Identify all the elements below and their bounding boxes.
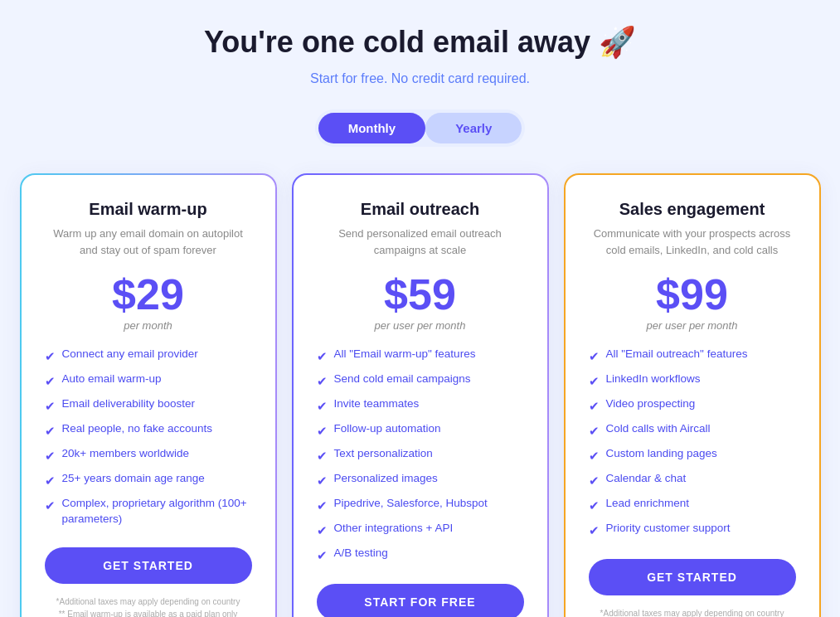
feature-text: Cold calls with Aircall xyxy=(606,421,711,437)
cta-button[interactable]: GET STARTED xyxy=(589,559,796,595)
card-desc: Warm up any email domain on autopilot an… xyxy=(45,226,252,258)
card-price: $29 xyxy=(45,273,252,316)
yearly-button[interactable]: Yearly xyxy=(425,113,522,143)
cta-button[interactable]: GET STARTED xyxy=(45,547,252,584)
feature-item: ✔ Send cold email campaigns xyxy=(317,372,524,390)
check-icon: ✔ xyxy=(317,472,328,489)
check-icon: ✔ xyxy=(45,422,56,440)
check-icon: ✔ xyxy=(317,522,328,539)
features-list: ✔ Connect any email provider ✔ Auto emai… xyxy=(45,347,252,527)
card-outreach: Email outreach Send personalized email o… xyxy=(292,173,549,617)
feature-text: 25+ years domain age range xyxy=(62,471,205,487)
feature-text: Pipedrive, Salesforce, Hubspot xyxy=(334,496,488,512)
check-icon: ✔ xyxy=(589,497,600,514)
pricing-cards: Email warm-up Warm up any email domain o… xyxy=(17,173,823,617)
monthly-button[interactable]: Monthly xyxy=(318,113,426,143)
check-icon: ✔ xyxy=(589,422,600,440)
feature-item: ✔ 25+ years domain age range xyxy=(45,471,252,489)
feature-item: ✔ Cold calls with Aircall xyxy=(589,421,796,440)
card-price-sub: per user per month xyxy=(589,319,796,332)
feature-text: Invite teammates xyxy=(334,396,420,412)
check-icon: ✔ xyxy=(317,422,328,440)
feature-item: ✔ Follow-up automation xyxy=(317,421,524,440)
features-list: ✔ All "Email outreach" features ✔ Linked… xyxy=(589,347,796,539)
feature-item: ✔ Personalized images xyxy=(317,471,524,489)
check-icon: ✔ xyxy=(45,397,56,415)
feature-item: ✔ Real people, no fake accounts xyxy=(45,421,252,440)
card-title: Email outreach xyxy=(317,200,524,219)
feature-text: Real people, no fake accounts xyxy=(62,421,213,437)
feature-text: All "Email warm-up" features xyxy=(334,347,476,362)
check-icon: ✔ xyxy=(317,347,328,365)
check-icon: ✔ xyxy=(45,447,56,464)
card-price: $59 xyxy=(317,273,524,316)
check-icon: ✔ xyxy=(317,372,328,390)
feature-item: ✔ Pipedrive, Salesforce, Hubspot xyxy=(317,496,524,514)
feature-text: Connect any email provider xyxy=(62,347,198,362)
check-icon: ✔ xyxy=(317,497,328,514)
feature-item: ✔ Other integrations + API xyxy=(317,521,524,539)
check-icon: ✔ xyxy=(589,522,600,539)
card-title: Email warm-up xyxy=(45,200,252,219)
subtitle: Start for free. No credit card required. xyxy=(310,71,530,86)
feature-item: ✔ All "Email warm-up" features xyxy=(317,347,524,365)
feature-text: Send cold email campaigns xyxy=(334,372,471,387)
feature-item: ✔ Connect any email provider xyxy=(45,347,252,365)
feature-item: ✔ Lead enrichment xyxy=(589,496,796,514)
features-list: ✔ All "Email warm-up" features ✔ Send co… xyxy=(317,347,524,564)
feature-text: Other integrations + API xyxy=(334,521,454,537)
feature-text: Video prospecting xyxy=(606,396,696,412)
feature-text: 20k+ members worldwide xyxy=(62,446,189,462)
cta-button[interactable]: START FOR FREE xyxy=(317,584,524,617)
feature-item: ✔ Email deliverability booster xyxy=(45,396,252,415)
feature-text: Lead enrichment xyxy=(606,496,690,512)
feature-item: ✔ Auto email warm-up xyxy=(45,372,252,390)
feature-text: A/B testing xyxy=(334,546,388,561)
feature-text: LinkedIn workflows xyxy=(606,372,701,387)
feature-text: All "Email outreach" features xyxy=(606,347,748,362)
check-icon: ✔ xyxy=(317,547,328,564)
billing-toggle: Monthly Yearly xyxy=(315,109,526,147)
check-icon: ✔ xyxy=(589,347,600,365)
feature-item: ✔ Invite teammates xyxy=(317,396,524,415)
check-icon: ✔ xyxy=(589,397,600,415)
card-footnote: *Additional taxes may apply depending on… xyxy=(45,595,252,617)
card-desc: Send personalized email outreach campaig… xyxy=(317,226,524,258)
feature-item: ✔ All "Email outreach" features xyxy=(589,347,796,365)
card-price: $99 xyxy=(589,273,796,316)
card-engagement: Sales engagement Communicate with your p… xyxy=(564,173,821,617)
check-icon: ✔ xyxy=(45,372,56,390)
feature-text: Follow-up automation xyxy=(334,421,441,437)
check-icon: ✔ xyxy=(589,372,600,390)
feature-item: ✔ A/B testing xyxy=(317,546,524,564)
feature-text: Custom landing pages xyxy=(606,446,717,462)
feature-item: ✔ LinkedIn workflows xyxy=(589,372,796,390)
check-icon: ✔ xyxy=(45,472,56,489)
feature-text: Auto email warm-up xyxy=(62,372,162,387)
feature-text: Personalized images xyxy=(334,471,438,487)
page-title: You're one cold email away 🚀 xyxy=(204,25,636,60)
feature-item: ✔ Text personalization xyxy=(317,446,524,464)
card-desc: Communicate with your prospects across c… xyxy=(589,226,796,258)
card-warmup: Email warm-up Warm up any email domain o… xyxy=(20,173,277,617)
check-icon: ✔ xyxy=(45,497,56,514)
feature-item: ✔ Priority customer support xyxy=(589,521,796,539)
feature-text: Calendar & chat xyxy=(606,471,687,487)
feature-item: ✔ Video prospecting xyxy=(589,396,796,415)
check-icon: ✔ xyxy=(317,447,328,464)
feature-text: Text personalization xyxy=(334,446,433,462)
feature-item: ✔ Custom landing pages xyxy=(589,446,796,464)
card-title: Sales engagement xyxy=(589,200,796,219)
feature-text: Complex, proprietary algorithm (100+ par… xyxy=(62,496,252,527)
check-icon: ✔ xyxy=(317,397,328,415)
feature-item: ✔ Complex, proprietary algorithm (100+ p… xyxy=(45,496,252,527)
check-icon: ✔ xyxy=(589,447,600,464)
card-footnote: *Additional taxes may apply depending on… xyxy=(589,607,796,617)
check-icon: ✔ xyxy=(589,472,600,489)
card-price-sub: per month xyxy=(45,319,252,332)
card-price-sub: per user per month xyxy=(317,319,524,332)
feature-text: Priority customer support xyxy=(606,521,731,537)
feature-item: ✔ Calendar & chat xyxy=(589,471,796,489)
feature-item: ✔ 20k+ members worldwide xyxy=(45,446,252,464)
feature-text: Email deliverability booster xyxy=(62,396,196,412)
